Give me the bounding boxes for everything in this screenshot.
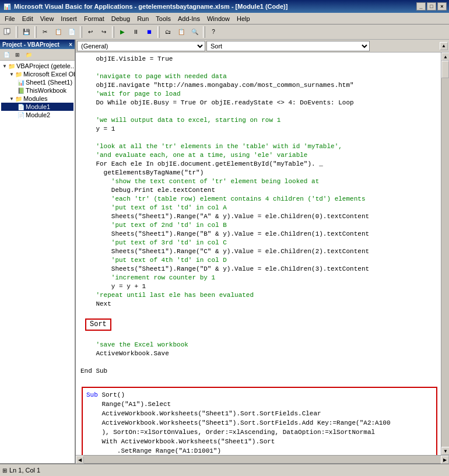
- tree-arrow-modules: ▼: [9, 96, 14, 102]
- code-line: 'put text of 4th 'td' in col D: [80, 256, 439, 265]
- status-bar: ⊞ Ln 1, Col 1: [0, 463, 449, 476]
- title-bar: 📊 Microsoft Visual Basic for Application…: [0, 0, 449, 13]
- code-line: 'navigate to page with needed data: [80, 72, 439, 81]
- status-position: Ln 1, Col 1: [9, 467, 40, 474]
- scroll-up-btn[interactable]: ▲: [441, 52, 449, 61]
- scroll-track[interactable]: [441, 61, 449, 447]
- code-line: End Sub: [80, 367, 439, 376]
- menu-debug[interactable]: Debug: [108, 14, 134, 23]
- sort-highlight-box: Sort: [85, 318, 111, 331]
- save-btn[interactable]: 💾: [20, 26, 33, 38]
- cut-btn[interactable]: ✂: [38, 26, 51, 38]
- sub-sort-line: ActiveWorkbook.Worksheets("Sheet1").Sort…: [86, 409, 433, 418]
- tree-modules-folder[interactable]: ▼ 📁 Modules: [1, 94, 73, 103]
- menu-help[interactable]: Help: [233, 14, 254, 23]
- menu-file[interactable]: File: [1, 14, 19, 23]
- sub-sort-line: .SetRange Range("A1:D1001"): [86, 446, 433, 455]
- help-btn[interactable]: ?: [207, 26, 220, 38]
- menu-insert[interactable]: Insert: [57, 14, 80, 23]
- menu-addins[interactable]: Add-Ins: [174, 14, 204, 23]
- stop-btn[interactable]: ⏹: [143, 26, 156, 38]
- code-line: 'show the text content of 'tr' element b…: [80, 177, 439, 186]
- scroll-down-btn[interactable]: ▼: [441, 447, 449, 455]
- horizontal-scrollbar[interactable]: ◀ ▶: [76, 455, 449, 463]
- code-line: 'and evaluate each, one at a time, using…: [80, 151, 439, 160]
- code-line: [80, 376, 439, 384]
- insert-module-btn[interactable]: [1, 26, 14, 38]
- project-panel-title: Project - VBAProject: [2, 41, 59, 48]
- project-panel-titlebar: Project - VBAProject ×: [0, 40, 75, 49]
- scroll-right-btn[interactable]: ▲: [440, 42, 448, 50]
- scroll-thumb[interactable]: [441, 61, 449, 78]
- code-line: 'each 'tr' (table row) element contains …: [80, 195, 439, 204]
- close-button[interactable]: ×: [437, 2, 447, 10]
- window-title: Microsoft Visual Basic for Applications …: [14, 3, 416, 10]
- toggle-folders-btn[interactable]: 📁: [23, 50, 34, 60]
- toolbar-sep-5: [157, 26, 160, 38]
- code-line: objIE.Visible = True: [80, 55, 439, 64]
- code-line: 'we will output data to excel, starting …: [80, 116, 439, 125]
- vertical-scrollbar[interactable]: ▲ ▼: [441, 52, 449, 455]
- maximize-button[interactable]: □: [427, 2, 436, 10]
- main-toolbar: 💾 ✂ 📋 📄 ↩ ↪ ▶ ⏸ ⏹ 🗂 📋 🔍 ?: [0, 24, 449, 40]
- toolbar-sep-2: [34, 26, 37, 38]
- sub-sort-line: ), SortOn:=xlSortOnValues, Order:=xlAsce…: [86, 428, 433, 437]
- code-editor[interactable]: objIE.Visible = True 'navigate to page w…: [76, 52, 441, 455]
- status-indicator: ⊞: [2, 467, 7, 474]
- break-btn[interactable]: ⏸: [129, 26, 142, 38]
- code-line: [80, 107, 439, 116]
- paste-btn[interactable]: 📄: [65, 26, 78, 38]
- code-line: 'put text of 3rd 'td' in col C: [80, 239, 439, 247]
- tree-label-thisworkbook: ThisWorkbook: [26, 87, 66, 94]
- tree-sheet1[interactable]: 📊 Sheet1 (Sheet1): [1, 78, 73, 86]
- undo-btn[interactable]: ↩: [84, 26, 97, 38]
- code-line: 'look at all the 'tr' elements in the 't…: [80, 142, 439, 151]
- menu-window[interactable]: Window: [204, 14, 233, 23]
- code-line: 'put text of 1st 'td' in col A: [80, 204, 439, 212]
- sub-sort-sub-line: Sub Sort(): [86, 390, 433, 400]
- project-btn[interactable]: 🗂: [162, 26, 174, 38]
- obj-browser-btn[interactable]: 🔍: [188, 26, 201, 38]
- window-controls[interactable]: _ □ ×: [416, 2, 447, 10]
- general-combo[interactable]: (General): [77, 41, 205, 51]
- code-line: 'wait for page to load: [80, 90, 439, 99]
- code-line: [80, 64, 439, 72]
- toolbar-sep-6: [203, 26, 205, 38]
- svg-rect-1: [6, 29, 10, 33]
- menu-view[interactable]: View: [37, 14, 58, 23]
- tree-label-excel-objects: Microsoft Excel Obj...: [23, 71, 75, 78]
- project-panel-close[interactable]: ×: [69, 41, 72, 48]
- tree-label-sheet1: Sheet1 (Sheet1): [26, 79, 72, 86]
- tree-module2[interactable]: 📄 Module2: [1, 111, 73, 119]
- app-icon: 📊: [2, 2, 12, 11]
- redo-btn[interactable]: ↪: [97, 26, 110, 38]
- view-code-btn[interactable]: 📄: [1, 50, 12, 60]
- view-object-btn[interactable]: ⊞: [12, 50, 23, 60]
- code-editor-container: objIE.Visible = True 'navigate to page w…: [76, 52, 449, 455]
- toolbar-sep-1: [16, 26, 18, 38]
- scroll-h-track[interactable]: [84, 456, 441, 463]
- code-line: [80, 358, 439, 367]
- copy-btn[interactable]: 📋: [52, 26, 65, 38]
- scroll-left-btn[interactable]: ◀: [76, 456, 84, 464]
- tree-thisworkbook[interactable]: 📗 ThisWorkbook: [1, 86, 73, 94]
- code-panel: (General) Sort ▲ objIE.Visible = True 'n…: [76, 40, 449, 463]
- run-btn[interactable]: ▶: [116, 26, 129, 38]
- scroll-right-btn[interactable]: ▶: [441, 456, 449, 464]
- minimize-button[interactable]: _: [416, 2, 426, 10]
- project-panel: Project - VBAProject × 📄 ⊞ 📁 ▼ 📁 VBAProj…: [0, 40, 76, 463]
- tree-label-module2: Module2: [26, 111, 50, 118]
- tree-vbaproject[interactable]: ▼ 📁 VBAProject (getele...: [1, 62, 73, 70]
- menu-run[interactable]: Run: [134, 14, 152, 23]
- props-btn[interactable]: 📋: [175, 26, 188, 38]
- code-line: Sheets("Sheet1").Range("A" & y).Value = …: [80, 212, 439, 221]
- sub-sort-line: Range("A1").Select: [86, 400, 433, 409]
- menu-bar: File Edit View Insert Format Debug Run T…: [0, 13, 449, 24]
- code-line: ActiveWorkbook.Save: [80, 349, 439, 358]
- menu-edit[interactable]: Edit: [19, 14, 37, 23]
- menu-format[interactable]: Format: [80, 14, 108, 23]
- tree-excel-objects[interactable]: ▼ 📁 Microsoft Excel Obj...: [1, 70, 73, 78]
- tree-module1[interactable]: 📄 Module1: [1, 103, 73, 111]
- menu-tools[interactable]: Tools: [152, 14, 174, 23]
- sort-combo[interactable]: Sort: [206, 41, 370, 51]
